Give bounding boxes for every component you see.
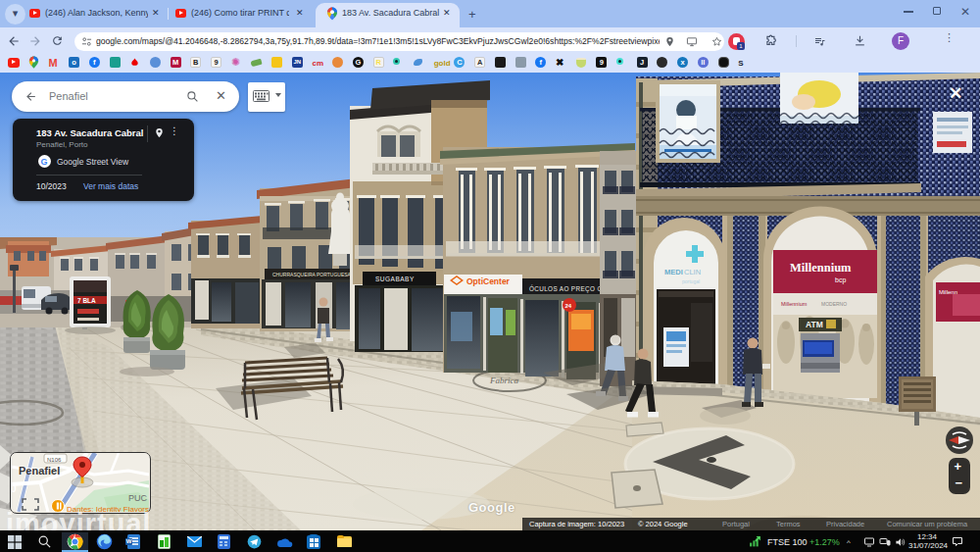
- svg-text:24: 24: [565, 303, 572, 309]
- svg-text:Millennium: Millennium: [790, 261, 852, 275]
- svg-text:Millenn: Millenn: [939, 289, 957, 295]
- svg-text:SUGABABY: SUGABABY: [375, 276, 415, 282]
- svg-text:0: 0: [11, 483, 17, 494]
- svg-text:MEDI: MEDI: [664, 268, 683, 276]
- svg-text:Millennium: Millennium: [781, 301, 808, 307]
- svg-text:Penafiel: Penafiel: [19, 465, 60, 477]
- svg-text:bcp: bcp: [835, 276, 846, 284]
- svg-text:MODERNO: MODERNO: [821, 301, 847, 307]
- svg-text:PUC: PUC: [128, 493, 148, 503]
- svg-text:OptiCenter: OptiCenter: [466, 276, 511, 286]
- svg-text:portugal: portugal: [682, 278, 700, 284]
- svg-text:ATM: ATM: [806, 320, 823, 329]
- svg-text:Fabrica: Fabrica: [489, 376, 518, 385]
- svg-text:N106: N106: [47, 457, 62, 463]
- svg-text:7 BLA: 7 BLA: [77, 297, 96, 304]
- svg-text:CLIN: CLIN: [684, 268, 701, 276]
- svg-text:CHURRASQUEIRA PORTUGUESA: CHURRASQUEIRA PORTUGUESA: [272, 272, 352, 277]
